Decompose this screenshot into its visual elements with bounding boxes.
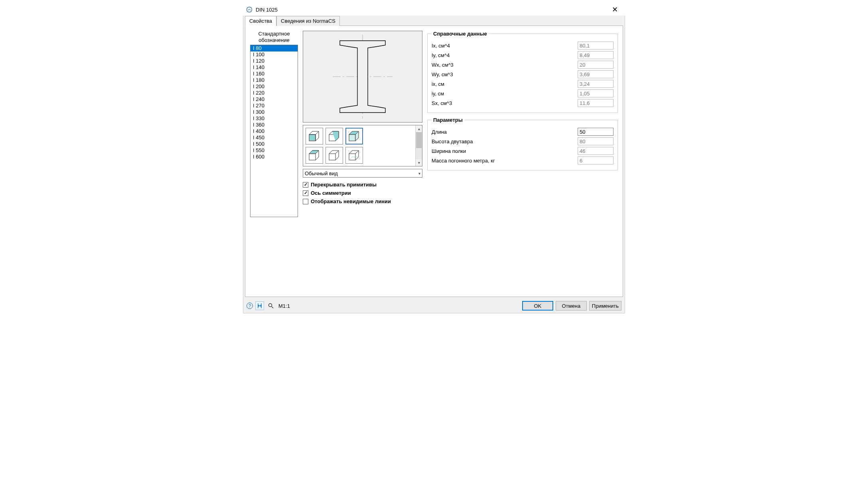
checkbox-icon: ✓ bbox=[303, 182, 308, 188]
view-options: ✓ Перекрывать примитивы ✓ Ось симметрии … bbox=[303, 182, 422, 204]
svg-point-0 bbox=[247, 7, 252, 12]
chevron-down-icon: ▾ bbox=[418, 171, 420, 176]
reference-value bbox=[578, 80, 614, 88]
tab-properties[interactable]: Свойства bbox=[245, 16, 276, 26]
group-params: Параметры ДлинаВысота двутавраШирина пол… bbox=[427, 117, 618, 170]
svg-rect-7 bbox=[329, 154, 335, 160]
svg-point-9 bbox=[269, 304, 272, 307]
reference-value bbox=[578, 61, 614, 69]
check-symmetry[interactable]: ✓ Ось симметрии bbox=[303, 190, 422, 196]
reference-row: Ix, см^4 bbox=[432, 42, 614, 49]
list-item[interactable]: I 80 bbox=[251, 45, 298, 51]
view-option-1[interactable] bbox=[306, 128, 323, 144]
i-beam-icon bbox=[329, 35, 397, 119]
check-overlap-label: Перекрывать примитивы bbox=[311, 182, 377, 188]
params-legend: Параметры bbox=[432, 117, 464, 123]
check-symmetry-label: Ось симметрии bbox=[311, 190, 351, 196]
param-row: Длина bbox=[432, 128, 614, 136]
view-option-4[interactable] bbox=[306, 147, 323, 164]
reference-label: Wx, см^3 bbox=[432, 62, 578, 68]
apply-button[interactable]: Применить bbox=[589, 301, 621, 311]
param-label: Высота двутавра bbox=[432, 139, 578, 144]
list-item[interactable]: I 450 bbox=[251, 135, 298, 141]
reference-value bbox=[578, 70, 614, 78]
svg-rect-5 bbox=[349, 135, 355, 141]
reference-row: Wx, см^3 bbox=[432, 61, 614, 69]
svg-rect-6 bbox=[309, 154, 316, 160]
param-value bbox=[578, 147, 614, 155]
close-button[interactable]: ✕ bbox=[608, 4, 622, 16]
check-overlap[interactable]: ✓ Перекрывать примитивы bbox=[303, 182, 422, 188]
designation-header-line1: Стандартное bbox=[258, 31, 290, 37]
view-grid bbox=[303, 125, 415, 166]
view-option-5[interactable] bbox=[326, 147, 343, 164]
list-item[interactable]: I 300 bbox=[251, 109, 298, 115]
list-item[interactable]: I 140 bbox=[251, 64, 298, 71]
client-area: Свойства Сведения из NormaCS Стандартное… bbox=[243, 16, 625, 313]
list-item[interactable]: I 270 bbox=[251, 103, 298, 109]
check-hidden-lines[interactable]: Отображать невидимые линии bbox=[303, 198, 422, 204]
reference-value bbox=[578, 99, 614, 107]
designation-header-line2: обозначение bbox=[258, 37, 290, 43]
list-item[interactable]: I 200 bbox=[251, 83, 298, 90]
param-row: Масса погонного метра, кг bbox=[432, 156, 614, 164]
list-item[interactable]: I 600 bbox=[251, 154, 298, 160]
view-option-6[interactable] bbox=[345, 147, 363, 164]
reference-value bbox=[578, 51, 614, 59]
view-mode-combo[interactable]: Обычный вид ▾ bbox=[303, 169, 422, 178]
zoom-label: M1:1 bbox=[278, 303, 290, 309]
measure-icon[interactable] bbox=[255, 301, 264, 310]
reference-value bbox=[578, 89, 614, 97]
checkbox-icon: ✓ bbox=[303, 190, 308, 196]
reference-row: Iy, см^4 bbox=[432, 51, 614, 59]
reference-row: ix, см bbox=[432, 80, 614, 88]
reference-label: Sx, см^3 bbox=[432, 100, 578, 106]
reference-label: Iy, см^4 bbox=[432, 52, 578, 58]
group-reference: Справочные данные Ix, см^4Iy, см^4Wx, см… bbox=[427, 31, 618, 113]
tab-normacs[interactable]: Сведения из NormaCS bbox=[276, 16, 340, 26]
list-item[interactable]: I 550 bbox=[251, 147, 298, 154]
scroll-up-icon[interactable]: ▴ bbox=[416, 125, 422, 132]
view-picker: ▴ ▾ bbox=[303, 125, 422, 166]
designation-listbox[interactable]: I 80I 100I 120I 140I 160I 180I 200I 220I… bbox=[250, 45, 298, 217]
ok-button[interactable]: OK bbox=[522, 301, 553, 311]
tab-page-properties: Стандартное обозначение I 80I 100I 120I … bbox=[245, 26, 623, 297]
designation-column: Стандартное обозначение I 80I 100I 120I … bbox=[250, 31, 298, 217]
list-item[interactable]: I 220 bbox=[251, 90, 298, 96]
zoom-icon[interactable] bbox=[266, 301, 275, 310]
view-option-2[interactable] bbox=[326, 128, 343, 144]
reference-row: Sx, см^3 bbox=[432, 99, 614, 107]
param-label: Длина bbox=[432, 129, 578, 135]
cancel-button[interactable]: Отмена bbox=[556, 301, 587, 311]
list-item[interactable]: I 100 bbox=[251, 51, 298, 58]
scroll-down-icon[interactable]: ▾ bbox=[416, 159, 422, 166]
list-item[interactable]: I 400 bbox=[251, 128, 298, 135]
dialog-footer: ? M1:1 OK Отмена Применить bbox=[243, 299, 625, 313]
help-icon[interactable]: ? bbox=[247, 303, 253, 309]
dialog-window: DIN 1025 ✕ Свойства Сведения из NormaCS … bbox=[243, 3, 625, 314]
designation-header: Стандартное обозначение bbox=[250, 31, 298, 43]
tab-strip: Свойства Сведения из NormaCS bbox=[243, 16, 625, 26]
param-row: Высота двутавра bbox=[432, 137, 614, 145]
profile-preview bbox=[303, 31, 422, 123]
reference-label: Wy, см^3 bbox=[432, 71, 578, 77]
view-scrollbar[interactable]: ▴ ▾ bbox=[415, 125, 422, 166]
preview-column: ▴ ▾ Обычный вид ▾ ✓ Перекрывать примитив… bbox=[303, 31, 422, 204]
list-item[interactable]: I 330 bbox=[251, 115, 298, 122]
param-row: Ширина полки bbox=[432, 147, 614, 155]
list-item[interactable]: I 120 bbox=[251, 58, 298, 64]
list-item[interactable]: I 180 bbox=[251, 77, 298, 83]
list-item[interactable]: I 500 bbox=[251, 141, 298, 147]
list-item[interactable]: I 160 bbox=[251, 71, 298, 77]
param-input[interactable] bbox=[578, 128, 614, 136]
data-column: Справочные данные Ix, см^4Iy, см^4Wx, см… bbox=[427, 31, 618, 170]
reference-legend: Справочные данные bbox=[432, 31, 489, 37]
list-item[interactable]: I 240 bbox=[251, 96, 298, 103]
view-option-3[interactable] bbox=[345, 128, 363, 144]
param-value bbox=[578, 156, 614, 164]
list-item[interactable]: I 360 bbox=[251, 122, 298, 128]
reference-label: iy, см bbox=[432, 91, 578, 97]
param-value bbox=[578, 137, 614, 145]
view-mode-value: Обычный вид bbox=[305, 170, 338, 176]
param-label: Масса погонного метра, кг bbox=[432, 158, 578, 164]
